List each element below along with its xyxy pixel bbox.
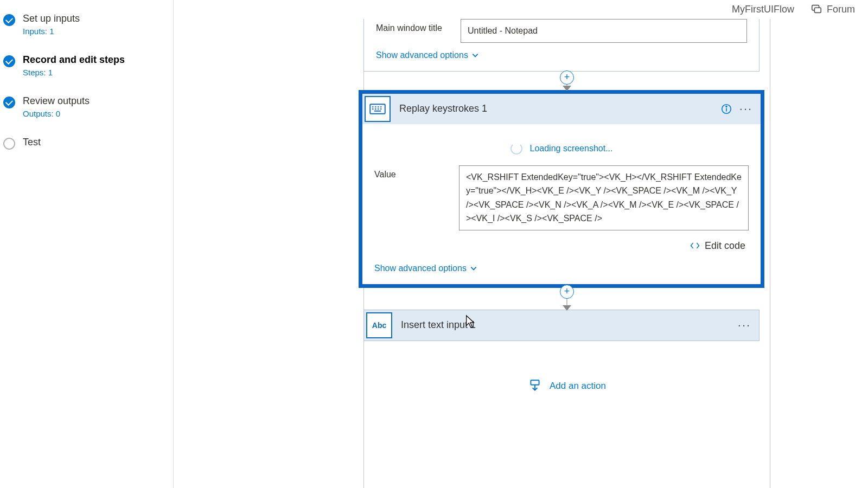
add-action-label: Add an action <box>550 381 606 391</box>
flow-canvas: Main window title Show advanced options … <box>363 19 770 393</box>
chevron-down-icon <box>471 52 479 59</box>
svg-rect-1 <box>814 8 821 12</box>
edit-code-label: Edit code <box>705 240 745 252</box>
step-title: Record and edit steps <box>23 54 125 66</box>
forum-icon <box>810 3 822 15</box>
advanced-label: Show advanced options <box>376 50 468 60</box>
check-icon <box>3 55 15 67</box>
add-action-button[interactable]: Add an action <box>363 379 770 393</box>
forum-label: Forum <box>827 4 855 15</box>
insert-text-card[interactable]: Abc Insert text input 1 ··· <box>363 310 760 341</box>
add-step-button[interactable]: + <box>560 70 574 85</box>
check-icon <box>3 14 15 26</box>
replay-card-title: Replay keystrokes 1 <box>399 103 715 114</box>
spinner-icon <box>510 143 522 155</box>
info-icon[interactable] <box>718 101 735 117</box>
loading-indicator: Loading screenshot... <box>374 143 749 155</box>
more-menu[interactable]: ··· <box>736 317 752 333</box>
edit-code-button[interactable]: Edit code <box>374 240 745 252</box>
check-icon <box>3 97 15 108</box>
text-input-icon: Abc <box>366 312 392 338</box>
show-advanced-replay[interactable]: Show advanced options <box>374 264 749 273</box>
show-advanced-top[interactable]: Show advanced options <box>376 50 747 60</box>
more-menu[interactable]: ··· <box>738 101 754 117</box>
step-title: Set up inputs <box>23 13 80 24</box>
value-label: Value <box>374 165 459 179</box>
connector: + <box>363 288 770 310</box>
insert-text-title: Insert text input 1 <box>401 319 733 331</box>
replay-card[interactable]: Replay keystrokes 1 ··· Loading screensh… <box>362 93 761 285</box>
chevron-down-icon <box>470 265 477 272</box>
add-step-button[interactable]: + <box>560 285 574 299</box>
sidebar-step-test[interactable]: Test <box>3 137 168 150</box>
sidebar-step-inputs[interactable]: Set up inputs Inputs: 1 <box>3 13 168 36</box>
step-title: Test <box>23 137 41 148</box>
step-subtitle: Inputs: 1 <box>23 27 80 36</box>
empty-bullet-icon <box>3 138 15 150</box>
step-subtitle: Steps: 1 <box>23 68 125 77</box>
value-textbox[interactable]: <VK_RSHIFT ExtendedKey="true"><VK_H></VK… <box>459 165 749 230</box>
main-window-card[interactable]: Main window title Show advanced options <box>363 19 760 72</box>
loading-text: Loading screenshot... <box>530 144 613 153</box>
forum-link[interactable]: Forum <box>810 3 855 15</box>
advanced-label: Show advanced options <box>374 264 467 273</box>
main-window-input[interactable] <box>461 19 747 43</box>
sidebar-step-outputs[interactable]: Review outputs Outputs: 0 <box>3 95 168 118</box>
flow-title: MyFirstUIFlow <box>732 4 794 15</box>
code-icon <box>690 240 700 251</box>
main-window-label: Main window title <box>376 19 461 33</box>
connector: + <box>363 72 770 90</box>
step-title: Review outputs <box>23 95 90 107</box>
wizard-sidebar: Set up inputs Inputs: 1 Record and edit … <box>0 0 174 488</box>
svg-point-14 <box>726 106 727 107</box>
step-subtitle: Outputs: 0 <box>23 109 90 118</box>
svg-rect-15 <box>531 380 539 385</box>
sidebar-step-record[interactable]: Record and edit steps Steps: 1 <box>3 54 168 77</box>
keyboard-icon <box>365 96 391 122</box>
replay-card-selected: Replay keystrokes 1 ··· Loading screensh… <box>359 90 764 288</box>
add-action-icon <box>528 379 542 393</box>
